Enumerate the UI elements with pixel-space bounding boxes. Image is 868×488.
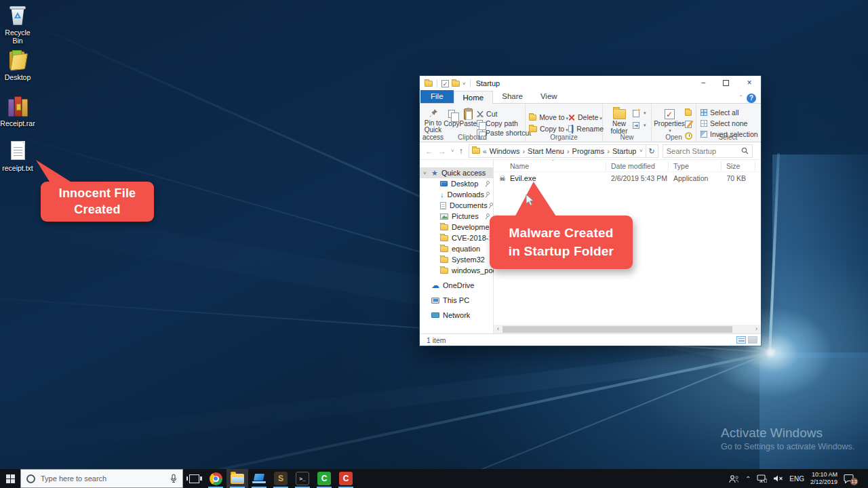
desktop-icon-receipt-txt[interactable]: receipt.txt (0, 140, 35, 173)
sidebar-item-system32[interactable]: System32 (420, 254, 493, 265)
delete-button[interactable]: Delete (568, 113, 604, 122)
winrar-archive-icon (5, 95, 30, 118)
ribbon-group-select: Select all Select none Invert selection … (696, 104, 760, 142)
horizontal-scrollbar[interactable]: ‹ › (494, 325, 761, 333)
address-bar[interactable]: « Windows › Start Menu › Programs › Star… (469, 144, 646, 158)
taskbar-app-chrome[interactable] (205, 469, 226, 488)
select-none-icon (701, 120, 707, 127)
qat-customize-caret[interactable]: ˅ (462, 81, 466, 87)
column-header-date[interactable]: Date modified (611, 162, 655, 170)
collapse-ribbon-icon[interactable]: ˆ (740, 95, 742, 102)
sidebar-item-onedrive[interactable]: ☁ OneDrive (420, 280, 493, 291)
select-all-button[interactable]: Select all (701, 108, 760, 117)
sidebar-item-equation[interactable]: equation (420, 243, 493, 254)
clock[interactable]: 10:10 AM 2/12/2019 (810, 471, 837, 486)
copy-path-button[interactable]: Copy path (477, 119, 531, 128)
taskbar-app-file-explorer[interactable] (226, 469, 248, 488)
new-folder-qat-icon[interactable] (452, 81, 460, 87)
desktop-icon-desktop-folder[interactable]: Desktop (0, 49, 35, 82)
sidebar-item-development[interactable]: Development (420, 222, 493, 232)
sidebar-item-downloads[interactable]: ↓ Downloads (420, 189, 493, 200)
language-indicator[interactable]: ENG (789, 475, 804, 483)
tab-home[interactable]: Home (454, 91, 494, 104)
taskbar-app-sublime[interactable]: S (270, 469, 292, 488)
volume-muted-icon[interactable] (773, 474, 783, 483)
window-title: Startup (476, 79, 500, 87)
sidebar-item-network[interactable]: Network (420, 310, 493, 321)
large-icons-view-button[interactable] (748, 336, 757, 344)
folder-icon (440, 224, 448, 230)
properties-qat-icon[interactable]: ✓ (441, 80, 449, 87)
minimize-button[interactable]: − (692, 76, 715, 91)
scroll-right-arrow[interactable]: › (752, 325, 761, 333)
address-bar-row: ← → ˅ ↑ « Windows › Start Menu › Program… (420, 142, 761, 160)
recent-locations-caret[interactable]: ˅ (451, 148, 454, 154)
maximize-button[interactable] (715, 76, 738, 91)
start-button[interactable] (0, 469, 20, 488)
select-none-button[interactable]: Select none (701, 119, 760, 128)
hidden-icons-chevron[interactable]: ⌃ (745, 475, 751, 483)
sidebar-item-documents[interactable]: Documents (420, 200, 493, 211)
activate-windows-watermark: Activate Windows Go to Settings to activ… (721, 426, 854, 451)
mouse-cursor (526, 194, 534, 209)
notification-center-button[interactable]: 13 (844, 474, 855, 484)
people-icon[interactable] (729, 474, 739, 483)
task-view-button[interactable] (183, 469, 205, 488)
crumb-separator: › (606, 147, 610, 155)
sidebar-item-this-pc[interactable]: This PC (420, 295, 493, 306)
taskbar-app-laptop[interactable] (248, 469, 270, 488)
scroll-left-arrow[interactable]: ‹ (494, 325, 502, 333)
column-separator[interactable] (668, 161, 669, 171)
callout-text-line2: in Startup Folder (490, 243, 633, 260)
column-separator[interactable] (721, 161, 722, 171)
copy-to-button[interactable]: Copy to (529, 124, 568, 134)
taskbar-app-camtasia[interactable]: C (313, 469, 335, 488)
cut-button[interactable]: Cut (477, 109, 531, 119)
tab-view[interactable]: View (532, 90, 566, 103)
breadcrumb-windows[interactable]: Windows (490, 147, 520, 155)
breadcrumb-startup[interactable]: Startup (612, 147, 636, 155)
sidebar-item-cve[interactable]: CVE-2018-12874 (420, 232, 493, 243)
rename-button[interactable]: Rename (568, 124, 604, 134)
desktop-icon-receipt-rar[interactable]: Receipt.rar (0, 95, 35, 128)
column-separator[interactable] (606, 161, 606, 171)
network-icon (431, 312, 439, 318)
help-icon[interactable]: ? (747, 94, 756, 103)
sidebar-item-windows-poc[interactable]: windows_poc (420, 265, 493, 276)
sidebar-item-pictures[interactable]: Pictures (420, 211, 493, 222)
crumb-prefix: « (482, 147, 488, 155)
network-icon[interactable] (757, 474, 767, 483)
details-view-button[interactable] (736, 336, 746, 344)
easy-access-button[interactable] (633, 121, 646, 130)
quick-access-star-icon: ★ (431, 169, 438, 176)
column-header-name[interactable]: Name (510, 162, 529, 170)
new-item-button[interactable] (633, 108, 646, 118)
tab-file[interactable]: File (420, 90, 454, 103)
column-header-type[interactable]: Type (673, 162, 689, 170)
address-dropdown-caret[interactable]: ˅ (639, 148, 643, 154)
sidebar-item-quick-access[interactable]: ˅ ★ Quick access (420, 167, 493, 178)
up-button[interactable]: ↑ (459, 146, 463, 156)
taskbar-app-terminal[interactable]: >_ (292, 469, 313, 488)
close-button[interactable]: × (738, 76, 761, 91)
scrollbar-thumb[interactable] (502, 326, 732, 333)
sidebar-item-desktop[interactable]: Desktop (420, 178, 493, 189)
open-button[interactable] (685, 108, 692, 117)
breadcrumb-start-menu[interactable]: Start Menu (528, 147, 564, 155)
column-separator[interactable] (755, 161, 755, 171)
tab-share[interactable]: Share (493, 90, 532, 103)
breadcrumb-programs[interactable]: Programs (572, 147, 605, 155)
edit-button[interactable] (685, 119, 692, 129)
ribbon: Pin to Quick access Copy Paste Cut (420, 104, 761, 142)
search-box[interactable]: Search Startup (663, 144, 753, 158)
column-header-size[interactable]: Size (726, 162, 740, 170)
refresh-button[interactable]: ↻ (646, 144, 658, 158)
back-button[interactable]: ← (425, 146, 433, 156)
move-to-button[interactable]: Move to (529, 113, 568, 122)
expander-icon[interactable]: ˅ (423, 170, 427, 176)
desktop-icon-recycle-bin[interactable]: Recycle Bin (0, 4, 35, 45)
copy-icon (448, 107, 455, 121)
forward-button[interactable]: → (438, 146, 446, 156)
taskbar-app-recorder[interactable]: C (335, 469, 357, 488)
taskbar-search[interactable]: Type here to search (20, 469, 183, 488)
